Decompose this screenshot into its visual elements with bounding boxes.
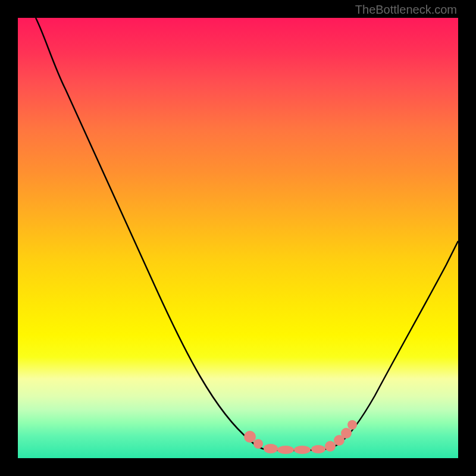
- svg-point-5: [311, 445, 325, 453]
- data-points: [244, 420, 357, 454]
- svg-point-8: [341, 428, 352, 439]
- chart-container: TheBottleneck.com: [0, 0, 476, 476]
- watermark-text: TheBottleneck.com: [355, 3, 457, 17]
- svg-point-9: [347, 420, 357, 430]
- svg-point-0: [244, 431, 256, 443]
- plot-area: [18, 18, 458, 458]
- svg-point-2: [264, 444, 278, 453]
- svg-point-3: [277, 446, 294, 454]
- svg-point-4: [294, 446, 311, 454]
- chart-svg: [18, 18, 458, 458]
- bottleneck-curve: [36, 18, 458, 450]
- svg-point-1: [253, 439, 263, 449]
- svg-point-6: [325, 441, 336, 452]
